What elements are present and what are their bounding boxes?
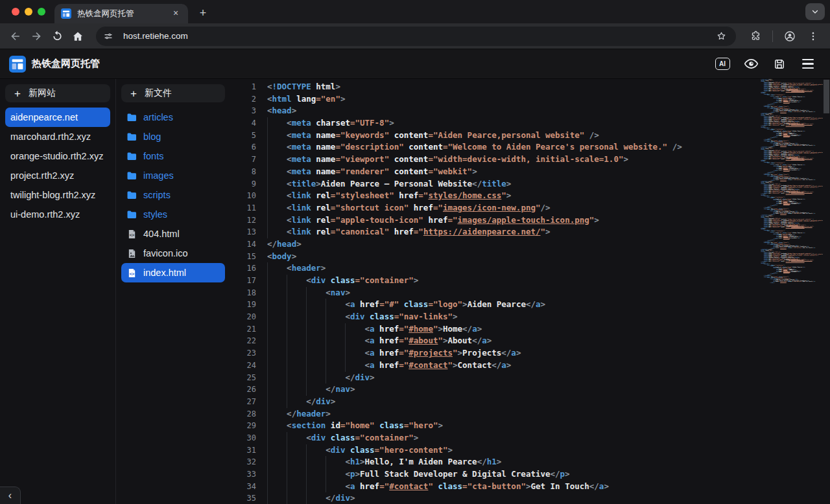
- site-item[interactable]: project.rth2.xyz: [5, 166, 110, 185]
- app-title: 热铁盒网页托管: [32, 58, 715, 70]
- file-item-label: favicon.ico: [143, 248, 188, 258]
- file-item-label: fonts: [143, 151, 163, 161]
- site-item[interactable]: twilight-blog.rth2.xyz: [5, 185, 110, 205]
- code-row[interactable]: 15<body>: [230, 251, 830, 263]
- site-item[interactable]: marcohard.rth2.xyz: [5, 127, 110, 146]
- code-line: <link rel="stylesheet" href="styles/home…: [267, 190, 511, 202]
- code-row[interactable]: 24 <a href="#contact">Contact</a>: [230, 360, 830, 372]
- app-menu-button[interactable]: [800, 56, 816, 72]
- line-number: 20: [230, 311, 256, 323]
- line-number: 24: [230, 360, 256, 372]
- code-row[interactable]: 19 <a href="#" class="logo">Aiden Pearce…: [230, 299, 830, 311]
- code-row[interactable]: 13 <link rel="canonical" href="https://a…: [230, 226, 830, 238]
- code-line: <!DOCTYPE html>: [267, 81, 340, 93]
- code-row[interactable]: 26 </nav>: [230, 384, 830, 396]
- code-row[interactable]: 33 <p>Full Stack Developer & Digital Cre…: [230, 468, 830, 481]
- code-row[interactable]: 9 <title>Aiden Pearce – Personal Website…: [230, 178, 830, 190]
- code-row[interactable]: 14</head>: [230, 238, 830, 251]
- code-line: <link rel="shortcut icon" href="images/i…: [267, 202, 551, 214]
- code-row[interactable]: 3<head>: [230, 105, 830, 117]
- editor-minimap[interactable]: <!DOCTYPE html> <html lang="en"> <head> …: [761, 79, 823, 285]
- file-item-label: images: [143, 170, 174, 181]
- folder-item[interactable]: styles: [121, 205, 225, 224]
- code-row[interactable]: 35 </div>: [230, 492, 830, 504]
- line-number: 16: [230, 262, 256, 275]
- code-row[interactable]: 20 <div class="nav-links">: [230, 311, 830, 323]
- code-line: <nav>: [267, 287, 350, 299]
- code-row[interactable]: 16 <header>: [230, 262, 830, 275]
- back-button[interactable]: [5, 26, 26, 47]
- profile-button[interactable]: [779, 26, 800, 47]
- folder-item[interactable]: blog: [121, 127, 225, 146]
- reload-button[interactable]: [47, 26, 67, 47]
- site-item[interactable]: ui-demo.rth2.xyz: [5, 205, 110, 224]
- line-number: 35: [230, 492, 256, 504]
- bookmark-button[interactable]: [713, 28, 729, 45]
- new-site-button[interactable]: + 新网站: [5, 84, 110, 102]
- code-row[interactable]: 27 </div>: [230, 396, 830, 408]
- code-row[interactable]: 29 <section id="home" class="hero">: [230, 420, 830, 432]
- tab-close-icon[interactable]: ×: [170, 8, 182, 19]
- code-row[interactable]: 7 <meta name="viewport" content="width=d…: [230, 154, 830, 166]
- chevron-left-icon: ‹: [8, 490, 12, 501]
- url-text[interactable]: host.retiehe.com: [123, 31, 713, 41]
- line-number: 17: [230, 275, 256, 287]
- forward-button[interactable]: [26, 26, 47, 47]
- code-row[interactable]: 28 </header>: [230, 408, 830, 420]
- code-row[interactable]: 25 </div>: [230, 372, 830, 384]
- code-row[interactable]: 5 <meta name="keywords" content="Aiden P…: [230, 130, 830, 142]
- save-button[interactable]: [772, 56, 787, 72]
- toolbar-divider: [772, 30, 773, 42]
- code-editor[interactable]: 1<!DOCTYPE html>2<html lang="en">3<head>…: [230, 79, 830, 504]
- browser-toolbar: host.retiehe.com: [0, 23, 830, 49]
- extensions-button[interactable]: [745, 26, 766, 47]
- code-row[interactable]: 18 <nav>: [230, 287, 830, 299]
- code-line: <div class="container">: [267, 432, 418, 444]
- file-item[interactable]: <>404.html: [121, 224, 225, 244]
- ai-assistant-button[interactable]: AI: [715, 56, 730, 72]
- code-row[interactable]: 17 <div class="container">: [230, 275, 830, 287]
- image-file-icon: [127, 249, 137, 258]
- tab-search-button[interactable]: [805, 3, 825, 20]
- fullscreen-window-button[interactable]: [38, 8, 45, 16]
- file-item[interactable]: <>index.html: [121, 263, 225, 282]
- folder-item[interactable]: fonts: [121, 146, 225, 166]
- code-row[interactable]: 23 <a href="#projects">Projects</a>: [230, 347, 830, 360]
- code-row[interactable]: 31 <div class="hero-content">: [230, 444, 830, 457]
- code-row[interactable]: 1<!DOCTYPE html>: [230, 81, 830, 93]
- code-row[interactable]: 6 <meta name="description" content="Welc…: [230, 141, 830, 154]
- code-row[interactable]: 2<html lang="en">: [230, 93, 830, 106]
- site-item-label: aidenpearce.net: [10, 112, 78, 122]
- code-row[interactable]: 12 <link rel="apple-touch-icon" href="im…: [230, 214, 830, 227]
- code-row[interactable]: 32 <h1>Hello, I'm Aiden Pearce</h1>: [230, 456, 830, 468]
- site-item[interactable]: aidenpearce.net: [5, 108, 110, 127]
- minimize-window-button[interactable]: [25, 8, 32, 16]
- new-site-label: 新网站: [29, 87, 56, 99]
- file-item[interactable]: favicon.ico: [121, 244, 225, 263]
- browser-tab[interactable]: 热铁盒网页托管 ×: [54, 4, 188, 23]
- code-row[interactable]: 10 <link rel="stylesheet" href="styles/h…: [230, 190, 830, 202]
- code-row[interactable]: 34 <a href="#contact" class="cta-button"…: [230, 481, 830, 493]
- new-tab-button[interactable]: +: [195, 6, 211, 21]
- code-row[interactable]: 8 <meta name="renderer" content="webkit"…: [230, 166, 830, 178]
- editor-scrollbar[interactable]: [823, 79, 830, 504]
- scrollbar-thumb[interactable]: [824, 80, 829, 113]
- folder-item[interactable]: images: [121, 166, 225, 185]
- site-item[interactable]: orange-studio.rth2.xyz: [5, 146, 110, 166]
- close-window-button[interactable]: [12, 8, 19, 16]
- code-row[interactable]: 21 <a href="#home">Home</a>: [230, 323, 830, 336]
- code-row[interactable]: 4 <meta charset="UTF-8">: [230, 117, 830, 130]
- address-bar[interactable]: host.retiehe.com: [96, 27, 736, 46]
- hamburger-menu-icon: [802, 59, 814, 69]
- folder-item[interactable]: articles: [121, 108, 225, 127]
- site-info-button[interactable]: [100, 28, 117, 45]
- code-row[interactable]: 30 <div class="container">: [230, 432, 830, 444]
- home-button[interactable]: [67, 26, 88, 47]
- browser-menu-button[interactable]: [803, 26, 824, 47]
- code-row[interactable]: 22 <a href="#about">About</a>: [230, 335, 830, 347]
- preview-button[interactable]: [743, 56, 759, 72]
- collapse-sidebar-button[interactable]: ‹: [0, 487, 21, 504]
- code-row[interactable]: 11 <link rel="shortcut icon" href="image…: [230, 202, 830, 214]
- folder-item[interactable]: scripts: [121, 185, 225, 205]
- new-file-button[interactable]: + 新文件: [121, 84, 225, 102]
